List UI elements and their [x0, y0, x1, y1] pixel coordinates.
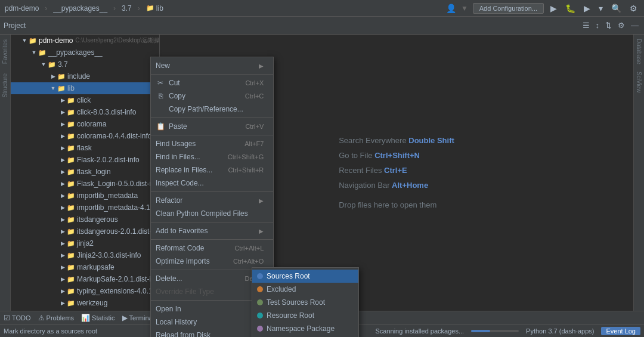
toolbar-label: Project — [4, 21, 26, 30]
menu-find-in-files-shortcut: Ctrl+Shift+G — [216, 153, 264, 160]
settings-icon[interactable]: ⚙ — [628, 4, 639, 13]
tree-item-click-dist[interactable]: ▶ 📁 click-8.0.3.dist-info — [11, 106, 159, 118]
tree-item-flask-dist[interactable]: ▶ 📁 Flask-2.0.2.dist-info — [11, 154, 159, 166]
menu-paste-label: Paste — [169, 122, 187, 131]
sciview-sidebar[interactable]: SciView — [634, 70, 643, 94]
problems-label: Problems — [47, 314, 74, 321]
status-text: Mark directory as a sources root — [4, 327, 97, 335]
tool-problems[interactable]: ⚠ Problems — [38, 314, 74, 322]
tree-item-werkzeug-dist[interactable]: ▶ 📁 Werkzeug-2.0.2.dist-info — [11, 309, 159, 311]
menu-optimize-imports[interactable]: Optimize Imports Ctrl+Alt+O — [151, 255, 273, 268]
progress-fill — [471, 330, 490, 332]
tree-item-importlib[interactable]: ▶ 📁 importlib_metadata — [11, 190, 159, 202]
topbar-packages: __pypackages__ — [53, 4, 107, 13]
scroll-to-source-icon[interactable]: ↕ — [594, 20, 602, 31]
topbar-sep1: › — [45, 4, 47, 13]
progress-track — [471, 330, 519, 332]
sort-icon[interactable]: ⇅ — [603, 20, 614, 31]
tree-item-markupsafe[interactable]: ▶ 📁 markupsafe — [11, 261, 159, 273]
menu-replace-in-files-label: Replace in Files... — [156, 166, 212, 174]
database-sidebar[interactable]: Database — [634, 37, 643, 66]
menu-replace-in-files[interactable]: Replace in Files... Ctrl+Shift+R — [151, 163, 273, 177]
tree-item-click[interactable]: ▶ 📁 click — [11, 94, 159, 106]
menu-local-history-label: Local History — [156, 318, 197, 326]
tree-item-markupsafe-dist[interactable]: ▶ 📁 MarkupSafe-2.0.1.dist-info — [11, 273, 159, 285]
tool-terminal[interactable]: ▶ Terminal — [122, 314, 154, 322]
menu-find-usages[interactable]: Find Usages Alt+F7 — [151, 137, 273, 150]
menu-reformat[interactable]: Reformat Code Ctrl+Alt+L — [151, 242, 273, 255]
toolbar: Project ☰ ↕ ⇅ ⚙ — — [0, 17, 644, 35]
cut-icon: ✂ — [156, 79, 165, 87]
menu-clean-py-label: Clean Python Compiled Files — [156, 209, 248, 218]
tool-statistic[interactable]: 📊 Statistic — [81, 314, 115, 322]
tree-item-typing-ext-dist[interactable]: ▶ 📁 typing_extensions-4.0.1.dist-info — [11, 285, 159, 297]
tree-item-itsdangerous-dist[interactable]: ▶ 📁 itsdangerous-2.0.1.dist-info — [11, 225, 159, 237]
progress-bar — [471, 330, 519, 332]
menu-add-favorites-arrow: ▶ — [259, 228, 264, 234]
menu-refactor[interactable]: Refactor ▶ — [151, 194, 273, 207]
menu-find-in-files-label: Find in Files... — [156, 153, 200, 161]
submenu-resource-root[interactable]: Resource Root — [252, 309, 358, 322]
menu-div5 — [151, 222, 273, 222]
menu-add-favorites[interactable]: Add to Favorites ▶ — [151, 224, 273, 237]
tree-item-colorama[interactable]: ▶ 📁 colorama — [11, 118, 159, 130]
tree-item-colorama-dist[interactable]: ▶ 📁 colorama-0.4.4.dist-info — [11, 130, 159, 142]
debug-icon[interactable]: 🐛 — [564, 4, 577, 13]
statistic-label: Statistic — [92, 314, 115, 321]
menu-find-in-files[interactable]: Find in Files... Ctrl+Shift+G — [151, 150, 273, 163]
menu-copy[interactable]: ⎘ Copy Ctrl+C — [151, 89, 273, 103]
submenu-test-sources[interactable]: Test Sources Root — [252, 296, 358, 309]
tool-todo[interactable]: ☑ TODO — [4, 314, 31, 322]
menu-copy-shortcut: Ctrl+C — [233, 92, 264, 100]
file-tree: ▼ 📁 pdm-demo C:\Users\peng2\Desktop\远期操查… — [11, 35, 159, 311]
tree-item-flask-login[interactable]: ▶ 📁 flask_login — [11, 166, 159, 178]
tree-item-37[interactable]: ▼ 📁 3.7 — [11, 58, 159, 70]
topbar-sep3: › — [138, 4, 140, 13]
menu-cut[interactable]: ✂ Cut Ctrl+X — [151, 76, 273, 89]
add-config-button[interactable]: Add Configuration... — [473, 3, 544, 14]
menu-paste[interactable]: 📋 Paste Ctrl+V — [151, 120, 273, 133]
tree-item-flask[interactable]: ▶ 📁 flask — [11, 142, 159, 154]
tree-item-lib[interactable]: ▼ 📁 lib — [11, 82, 159, 94]
topbar-version: 3.7 — [122, 4, 132, 13]
tree-item-itsdangerous[interactable]: ▶ 📁 itsdangerous — [11, 214, 159, 225]
menu-refactor-arrow: ▶ — [259, 197, 264, 204]
menu-optimize-imports-label: Optimize Imports — [156, 257, 210, 265]
more-run-icon[interactable]: ▾ — [597, 4, 605, 13]
settings2-icon[interactable]: ⚙ — [616, 20, 627, 31]
tree-item-include[interactable]: ▶ 📁 include — [11, 70, 159, 82]
search-icon[interactable]: 🔍 — [609, 4, 623, 13]
terminal-icon: ▶ — [122, 314, 128, 322]
submenu-sources-root[interactable]: Sources Root — [252, 270, 358, 283]
menu-copy-label: Copy — [169, 92, 185, 100]
menu-reformat-shortcut: Ctrl+Alt+L — [222, 245, 264, 252]
close-panel-icon[interactable]: — — [629, 20, 640, 31]
menu-paste-shortcut: Ctrl+V — [233, 123, 264, 130]
hint-search: Search Everywhere Double Shift — [339, 136, 454, 145]
menu-new[interactable]: New ▶ — [151, 59, 273, 72]
menu-cut-label: Cut — [169, 79, 180, 87]
run-with-coverage-icon[interactable]: ▶ — [582, 4, 592, 13]
tree-item-jinja2[interactable]: ▶ 📁 jinja2 — [11, 237, 159, 249]
event-log-btn[interactable]: Event Log — [601, 327, 640, 335]
menu-delete-label: Delete... — [156, 274, 182, 283]
collapse-all-icon[interactable]: ☰ — [581, 20, 592, 31]
structure-sidebar[interactable]: Structure — [1, 71, 10, 100]
favorites-sidebar[interactable]: Favorites — [1, 37, 10, 66]
tree-item-pdm-demo[interactable]: ▼ 📁 pdm-demo C:\Users\peng2\Desktop\远期操查… — [11, 35, 159, 47]
tree-item-importlib-dist[interactable]: ▶ 📁 importlib_metadata-4.10.1.dist-info — [11, 202, 159, 214]
tree-item-jinja2-dist[interactable]: ▶ 📁 Jinja2-3.0.3.dist-info — [11, 249, 159, 261]
menu-inspect-code-label: Inspect Code... — [156, 179, 204, 187]
menu-inspect-code[interactable]: Inspect Code... — [151, 177, 273, 190]
run-icon[interactable]: ▶ — [549, 4, 559, 13]
resource-root-label: Resource Root — [267, 311, 314, 320]
menu-div3 — [151, 135, 273, 135]
tree-item-pypackages[interactable]: ▼ 📁 __pypackages__ — [11, 47, 159, 58]
submenu-namespace-pkg[interactable]: Namespace Package — [252, 322, 358, 335]
submenu-excluded[interactable]: Excluded — [252, 283, 358, 296]
menu-replace-shortcut: Ctrl+Shift+R — [216, 166, 264, 174]
tree-item-werkzeug[interactable]: ▶ 📁 werkzeug — [11, 297, 159, 309]
menu-copy-path[interactable]: Copy Path/Reference... — [151, 103, 273, 116]
tree-item-flask-login-dist[interactable]: ▶ 📁 Flask_Login-0.5.0.dist-info — [11, 178, 159, 190]
menu-clean-py[interactable]: Clean Python Compiled Files — [151, 207, 273, 220]
